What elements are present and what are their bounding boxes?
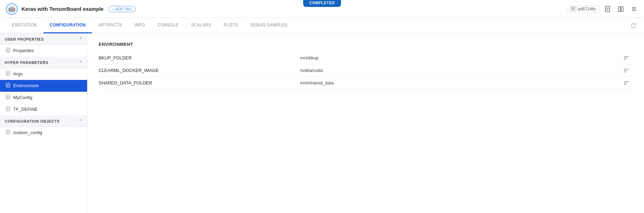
tab-console[interactable]: CONSOLE [151,18,185,33]
row-menu-icon-shared[interactable] [622,81,630,85]
section-configuration-objects[interactable]: CONFIGURATION OBJECTS ⌃ [0,115,87,127]
status-label: COMPLETED [309,1,335,5]
env-row-bkup: BKUP_FOLDER mnt/bkup [99,52,633,64]
row-menu-icon-bkup[interactable] [622,56,630,60]
env-table: BKUP_FOLDER mnt/bkup CLEARML_DOCKER_IMAG… [99,52,633,89]
env-value-bkup: mnt/bkup [300,52,622,63]
env-value-docker: nvidia/cuda [300,65,622,76]
tab-plots[interactable]: PLOTS [217,18,244,33]
tab-execution[interactable]: EXECUTION [6,18,43,33]
hamburger-icon [631,6,637,12]
sidebar-item-properties[interactable]: Properties [0,45,87,57]
tab-artifacts[interactable]: ARTIFACTS [92,18,128,33]
refresh-button[interactable] [629,21,638,31]
chevron-up-icon-2: ⌃ [79,60,83,65]
top-bar: 🤖 Keras with TensorBoard example + ADD T… [0,0,644,18]
sidebar-item-environment[interactable]: Environment [0,80,87,92]
document-icon-button[interactable] [603,5,612,14]
env-value-shared: mnt/shared_data [300,77,622,88]
sidebar-item-myconfig[interactable]: MyConfig [0,92,87,104]
section-user-properties[interactable]: USER PROPERTIES ⌃ [0,33,87,45]
row-menu-icon-docker[interactable] [622,68,630,73]
doc-icon-args [6,71,10,77]
tab-configuration[interactable]: CONFIGURATION [43,18,92,33]
doc-icon-custom [6,130,10,136]
columns-icon [618,6,624,12]
sidebar: USER PROPERTIES ⌃ Properties HYPER PARAM… [0,33,87,213]
logo-icon: 🤖 [6,3,18,15]
env-row-shared: SHARED_DATA_FOLDER mnt/shared_data [99,77,633,89]
menu-icon-button[interactable] [629,5,638,14]
env-actions-shared [622,81,633,85]
id-badge: ID ad67146c [567,6,599,13]
tab-info[interactable]: INFO [128,18,151,33]
environment-section-title: ENVIRONMENT [99,42,633,47]
env-key-shared: SHARED_DATA_FOLDER [99,77,300,88]
sidebar-item-custom-config[interactable]: custom_config [0,127,87,139]
svg-text:🤖: 🤖 [8,6,15,12]
doc-icon-tfdefine [6,106,10,112]
add-tag-label: + ADD TAG [112,7,132,11]
document-small-icon [6,48,10,54]
svg-rect-6 [618,7,620,11]
sidebar-item-args[interactable]: Args [0,68,87,80]
section-hyper-parameters[interactable]: HYPER PARAMETERS ⌃ [0,57,87,68]
tab-nav-right [629,21,638,31]
svg-rect-7 [621,7,623,11]
sidebar-item-tf-define[interactable]: TF_DEFINE [0,104,87,115]
doc-icon-myconfig [6,95,10,100]
chevron-up-icon-3: ⌃ [79,119,83,124]
tab-debug-samples[interactable]: DEBUG SAMPLES [244,18,294,33]
env-key-docker: CLEARML_DOCKER_IMAGE [99,65,300,76]
status-badge: COMPLETED [303,0,341,7]
app-title: Keras with TensorBoard example [22,6,103,12]
add-tag-button[interactable]: + ADD TAG [108,6,136,12]
env-row-docker: CLEARML_DOCKER_IMAGE nvidia/cuda [99,64,633,77]
env-key-bkup: BKUP_FOLDER [99,52,300,63]
refresh-icon [630,22,637,29]
tab-scalars[interactable]: SCALARS [185,18,217,33]
chevron-up-icon: ⌃ [79,37,83,42]
top-bar-right: ID ad67146c [567,5,638,14]
tab-navigation: EXECUTION CONFIGURATION ARTIFACTS INFO C… [0,18,644,33]
columns-icon-button[interactable] [616,5,625,14]
id-value: ad67146c [578,7,596,11]
logo: 🤖 [6,3,18,15]
env-actions-bkup [622,56,633,60]
main-layout: USER PROPERTIES ⌃ Properties HYPER PARAM… [0,33,644,213]
doc-icon-environment [6,83,10,89]
id-label: ID [570,7,576,11]
content-area: ENVIRONMENT BKUP_FOLDER mnt/bkup CLEARML… [87,33,644,213]
env-actions-docker [622,68,633,73]
document-icon [604,6,611,12]
